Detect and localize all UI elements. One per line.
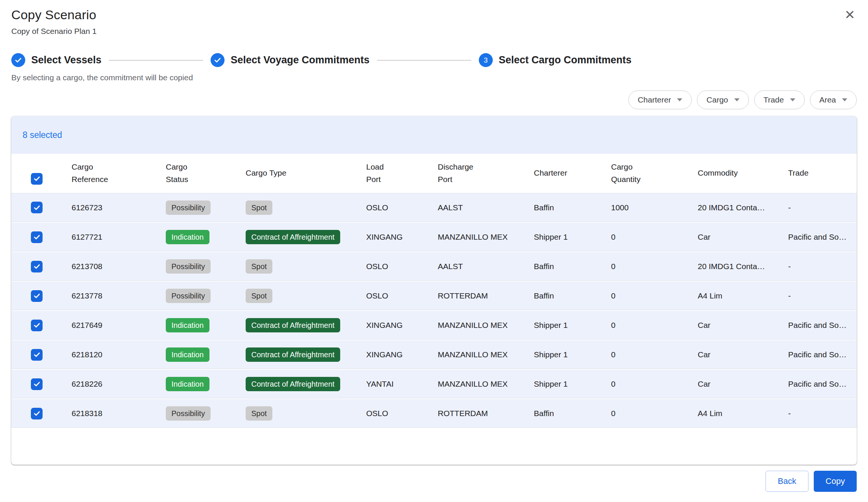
discharge-port-cell: ROTTERDAM	[426, 281, 523, 311]
cargo-status-badge: Indication	[166, 230, 209, 244]
filter-bar: Charterer Cargo Trade Area	[11, 90, 857, 109]
step-label: Select Voyage Commitments	[231, 54, 370, 66]
trade-cell: -	[777, 281, 857, 311]
chevron-down-icon	[734, 98, 740, 101]
column-header: Cargo Type	[234, 154, 355, 193]
discharge-port-cell: MANZANILLO MEX	[426, 369, 523, 399]
copy-button[interactable]: Copy	[814, 471, 857, 492]
row-checkbox[interactable]	[31, 378, 43, 390]
cargo-commitments-panel: 8 selected Cargo ReferenceCargo StatusCa…	[11, 116, 857, 465]
step-complete-check-icon	[211, 53, 225, 67]
cargo-reference-cell: 6217649	[60, 311, 154, 340]
dialog-subtitle: Copy of Scenario Plan 1	[11, 27, 857, 36]
row-checkbox[interactable]	[31, 290, 43, 302]
table-row[interactable]: 6218120 Indication Contract of Affreight…	[11, 340, 857, 369]
cargo-status-badge: Possibility	[166, 259, 211, 274]
column-header: Cargo Quantity	[600, 154, 686, 193]
stepper-connector	[377, 60, 471, 61]
chevron-down-icon	[842, 98, 847, 101]
close-icon[interactable]: ✕	[845, 8, 856, 21]
area-filter-dropdown[interactable]: Area	[810, 90, 857, 109]
cargo-filter-dropdown[interactable]: Cargo	[697, 90, 749, 109]
cargo-type-badge: Contract of Affreightment	[246, 230, 340, 244]
commodity-cell: A4 Lim	[686, 399, 777, 428]
cargo-quantity-cell: 0	[600, 311, 686, 340]
chevron-down-icon	[677, 98, 682, 101]
charterer-cell: Baffin	[523, 281, 600, 311]
filter-label: Cargo	[706, 95, 728, 104]
step-select-vessels[interactable]: Select Vessels	[11, 53, 101, 67]
discharge-port-cell: ROTTERDAM	[426, 399, 523, 428]
table-row[interactable]: 6126723 Possibility Spot OSLO AALST Baff…	[11, 193, 857, 222]
cargo-commitments-table: Cargo ReferenceCargo StatusCargo TypeLoa…	[11, 154, 857, 429]
charterer-cell: Shipper 1	[523, 222, 600, 252]
cargo-type-badge: Spot	[246, 289, 272, 303]
load-port-cell: OSLO	[355, 252, 426, 281]
stepper-connector	[109, 60, 203, 61]
column-header: Trade	[777, 154, 857, 193]
cargo-quantity-cell: 0	[600, 281, 686, 311]
cargo-quantity-cell: 0	[600, 222, 686, 252]
row-checkbox[interactable]	[31, 349, 43, 361]
table-row[interactable]: 6218318 Possibility Spot OSLO ROTTERDAM …	[11, 399, 857, 428]
commodity-cell: Car	[686, 369, 777, 399]
row-checkbox[interactable]	[31, 202, 43, 213]
back-button[interactable]: Back	[766, 471, 808, 492]
table-row[interactable]: 6127721 Indication Contract of Affreight…	[11, 222, 857, 252]
charterer-filter-dropdown[interactable]: Charterer	[628, 90, 692, 109]
cargo-reference-cell: 6213708	[60, 252, 154, 281]
cargo-quantity-cell: 0	[600, 252, 686, 281]
select-all-checkbox[interactable]	[31, 173, 43, 185]
charterer-cell: Baffin	[523, 193, 600, 222]
discharge-port-cell: MANZANILLO MEX	[426, 340, 523, 369]
column-header: Cargo Status	[154, 154, 234, 193]
filter-label: Charterer	[638, 95, 671, 104]
table-row[interactable]: 6217649 Indication Contract of Affreight…	[11, 311, 857, 340]
cargo-reference-cell: 6127721	[60, 222, 154, 252]
table-row[interactable]: 6213708 Possibility Spot OSLO AALST Baff…	[11, 252, 857, 281]
cargo-quantity-cell: 0	[600, 399, 686, 428]
table-row[interactable]: 6218226 Indication Contract of Affreight…	[11, 369, 857, 399]
charterer-cell: Shipper 1	[523, 369, 600, 399]
load-port-cell: OSLO	[355, 281, 426, 311]
step-number-badge: 3	[479, 53, 493, 67]
row-checkbox[interactable]	[31, 231, 43, 243]
column-header: Cargo Reference	[60, 154, 154, 193]
helper-text: By selecting a cargo, the commitment wil…	[11, 73, 857, 82]
step-select-voyage-commitments[interactable]: Select Voyage Commitments	[211, 53, 370, 67]
trade-filter-dropdown[interactable]: Trade	[754, 90, 805, 109]
cargo-quantity-cell: 0	[600, 340, 686, 369]
commodity-cell: A4 Lim	[686, 281, 777, 311]
cargo-reference-cell: 6218120	[60, 340, 154, 369]
cargo-status-badge: Indication	[166, 347, 209, 362]
cargo-status-badge: Possibility	[166, 200, 211, 215]
charterer-cell: Baffin	[523, 399, 600, 428]
cargo-status-badge: Possibility	[166, 406, 211, 421]
stepper: Select Vessels Select Voyage Commitments…	[11, 53, 857, 67]
step-select-cargo-commitments[interactable]: 3 Select Cargo Commitments	[479, 53, 632, 67]
commodity-cell: 20 IMDG1 Conta…	[686, 193, 777, 222]
copy-scenario-dialog: Copy Scenario Copy of Scenario Plan 1 ✕ …	[0, 0, 868, 502]
table-row[interactable]: 6213778 Possibility Spot OSLO ROTTERDAM …	[11, 281, 857, 311]
cargo-type-badge: Spot	[246, 200, 272, 215]
trade-cell: Pacific and So…	[777, 340, 857, 369]
chevron-down-icon	[790, 98, 795, 101]
cargo-reference-cell: 6218226	[60, 369, 154, 399]
commodity-cell: Car	[686, 340, 777, 369]
column-header: Commodity	[686, 154, 777, 193]
cargo-type-badge: Contract of Affreightment	[246, 377, 340, 391]
row-checkbox[interactable]	[31, 261, 43, 272]
row-checkbox[interactable]	[31, 320, 43, 331]
step-label: Select Vessels	[31, 54, 101, 66]
trade-cell: Pacific and So…	[777, 311, 857, 340]
charterer-cell: Shipper 1	[523, 340, 600, 369]
selected-count: 8 selected	[23, 130, 62, 140]
row-checkbox[interactable]	[31, 408, 43, 419]
cargo-type-badge: Contract of Affreightment	[246, 318, 340, 332]
trade-cell: Pacific and So…	[777, 222, 857, 252]
discharge-port-cell: MANZANILLO MEX	[426, 311, 523, 340]
commodity-cell: Car	[686, 222, 777, 252]
column-header: Load Port	[355, 154, 426, 193]
load-port-cell: XINGANG	[355, 222, 426, 252]
trade-cell: -	[777, 252, 857, 281]
